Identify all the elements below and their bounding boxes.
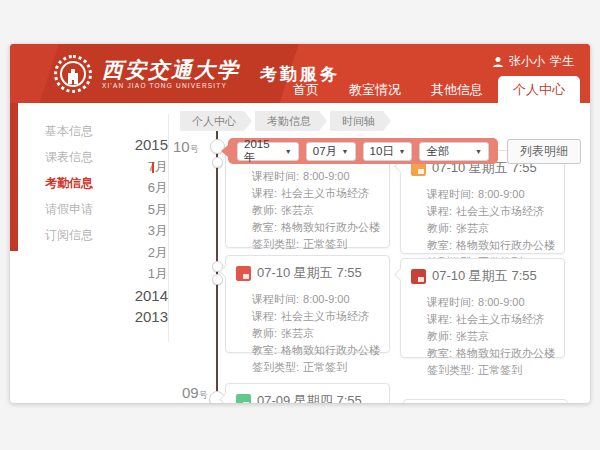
- attendance-card[interactable]: 07-10 星期五 7:55 课程时间:8:00-9:00 课程:社会主义市场经…: [400, 150, 565, 254]
- attendance-card-partial[interactable]: [403, 399, 568, 403]
- axis-divider: [168, 114, 169, 342]
- year-select[interactable]: 2015年▼: [237, 142, 299, 161]
- page-background: 西安交通大学 XI'AN JIAO TONG UNIVERSITY 考勤服务 张…: [0, 0, 600, 450]
- card-date-title: 07-10 星期五 7:55: [432, 267, 537, 285]
- timeline-node[interactable]: [212, 274, 223, 285]
- timeline-node[interactable]: [212, 157, 223, 168]
- current-month-marker: [152, 162, 154, 173]
- attendance-card[interactable]: 07-10 星期五 7:55 课程时间:8:00-9:00 课程:社会主义市场经…: [400, 258, 565, 358]
- axis-year-2014[interactable]: 2014: [110, 285, 168, 307]
- nav-personal-center[interactable]: 个人中心: [498, 76, 580, 103]
- breadcrumb-attendance-info[interactable]: 考勤信息: [255, 111, 327, 131]
- day-select[interactable]: 10日▼: [363, 142, 413, 161]
- app-header: 西安交通大学 XI'AN JIAO TONG UNIVERSITY 考勤服务 张…: [10, 44, 590, 103]
- university-emblem-icon: [54, 55, 92, 93]
- axis-year-2015[interactable]: 2015: [110, 134, 168, 156]
- month-select[interactable]: 07月▼: [306, 142, 356, 161]
- attendance-card[interactable]: 07-10 星期五 7:55 课程时间:8:00-9:00 课程:社会主义市场经…: [225, 255, 390, 353]
- attendance-card[interactable]: 07-09 星期四 7:55 课程时间:8:00-9:00 课程:社会主义市场经…: [225, 383, 390, 403]
- axis-month-feb[interactable]: 2月: [110, 242, 168, 264]
- axis-month-jan[interactable]: 1月: [110, 263, 168, 285]
- chevron-down-icon: ▼: [475, 148, 482, 155]
- axis-year-2013[interactable]: 2013: [110, 306, 168, 328]
- day-label-09: 09号: [182, 384, 208, 402]
- axis-month-mar[interactable]: 3月: [110, 220, 168, 242]
- university-name-cn: 西安交通大学: [102, 59, 240, 81]
- user-role: 学生: [550, 53, 574, 70]
- chevron-down-icon: ▼: [398, 148, 405, 155]
- user-name: 张小小: [509, 53, 545, 70]
- chevron-down-icon: ▼: [285, 148, 292, 155]
- list-detail-button[interactable]: 列表明细: [507, 139, 581, 164]
- left-red-ribbon: [10, 103, 18, 251]
- axis-month-jul[interactable]: 7月: [110, 156, 168, 178]
- card-date-title: 07-09 星期四 7:55: [257, 392, 362, 403]
- main-nav: 首页 教室情况 其他信息 个人中心: [278, 76, 580, 103]
- breadcrumb-timeline[interactable]: 时间轴: [330, 111, 391, 131]
- calendar-status-icon: [236, 394, 251, 404]
- axis-month-jun[interactable]: 6月: [110, 177, 168, 199]
- app-window: 西安交通大学 XI'AN JIAO TONG UNIVERSITY 考勤服务 张…: [10, 44, 590, 403]
- filter-bar: 2015年▼ 07月▼ 10日▼ 全部▼: [228, 138, 498, 164]
- axis-month-may[interactable]: 5月: [110, 199, 168, 221]
- nav-classrooms[interactable]: 教室情况: [334, 76, 416, 103]
- calendar-status-icon: [236, 266, 251, 281]
- nav-other-info[interactable]: 其他信息: [416, 76, 498, 103]
- user-info[interactable]: 张小小 学生: [492, 53, 574, 70]
- calendar-status-icon: [411, 269, 426, 284]
- nav-home[interactable]: 首页: [278, 76, 334, 103]
- attendance-card[interactable]: 课程时间:8:00-9:00 课程:社会主义市场经济 教师:张芸京 教室:格物致…: [225, 150, 390, 248]
- university-name-en: XI'AN JIAO TONG UNIVERSITY: [102, 82, 240, 89]
- chevron-down-icon: ▼: [342, 148, 349, 155]
- day-label-10: 10号: [173, 138, 199, 156]
- breadcrumb: 个人中心 考勤信息 时间轴: [180, 111, 391, 131]
- type-select[interactable]: 全部▼: [419, 142, 489, 161]
- card-date-title: 07-10 星期五 7:55: [257, 264, 362, 282]
- timeline-axis: 2015 7月 6月 5月 3月 2月 1月 2014 2013: [110, 134, 168, 328]
- breadcrumb-personal-center[interactable]: 个人中心: [180, 111, 252, 131]
- person-icon: [492, 56, 504, 68]
